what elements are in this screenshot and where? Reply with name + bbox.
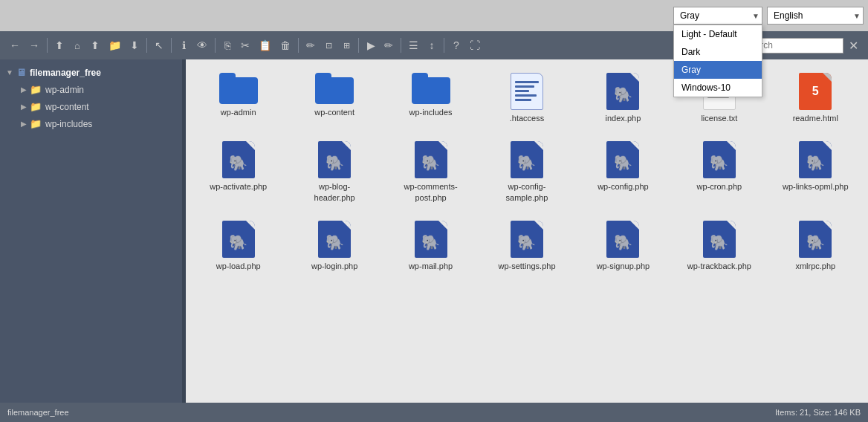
- file-item-wp-mail[interactable]: 🐘 wp-mail.php: [386, 215, 476, 277]
- language-select[interactable]: English: [767, 7, 864, 25]
- wp-content-folder-icon: 📁: [30, 101, 42, 112]
- file-item-wp-activate[interactable]: 🐘 wp-activate.php: [193, 135, 283, 209]
- forward-button[interactable]: →: [25, 37, 43, 53]
- file-label-wp-comments-post: wp-comments-post.php: [398, 181, 464, 203]
- file-item-htaccess[interactable]: .htaccess: [482, 67, 571, 129]
- file-label-xmlrpc: xmlrpc.php: [795, 261, 835, 271]
- sort-button[interactable]: ↕: [424, 37, 440, 53]
- upload-button[interactable]: ⬆: [51, 37, 68, 53]
- compress-button[interactable]: ⊞: [338, 39, 354, 53]
- file-area: wp-admin wp-content wp-includes: [186, 59, 868, 403]
- php-icon-xmlrpc: 🐘: [799, 221, 832, 258]
- select-button[interactable]: ↖: [151, 37, 167, 53]
- file-item-wp-content[interactable]: wp-content: [289, 67, 379, 129]
- info-button[interactable]: ℹ: [175, 37, 192, 53]
- php-icon-wp-signup: 🐘: [606, 221, 639, 258]
- file-item-wp-cron[interactable]: 🐘 wp-cron.php: [674, 135, 764, 209]
- folder-up-button[interactable]: ⬆: [87, 37, 103, 53]
- home-button[interactable]: ⌂: [69, 38, 85, 53]
- fullscreen-button[interactable]: ⛶: [466, 37, 484, 53]
- file-label-wp-mail: wp-mail.php: [409, 261, 453, 271]
- file-item-wp-comments-post[interactable]: 🐘 wp-comments-post.php: [386, 135, 476, 209]
- file-label-wp-links-opml: wp-links-opml.php: [783, 181, 849, 192]
- file-item-wp-includes[interactable]: wp-includes: [386, 67, 476, 129]
- file-item-wp-trackback[interactable]: 🐘 wp-trackback.php: [674, 215, 764, 277]
- file-item-wp-settings[interactable]: 🐘 wp-settings.php: [482, 215, 571, 277]
- file-item-wp-blog-header[interactable]: 🐘 wp-blog-header.php: [289, 135, 379, 209]
- top-bar: Gray Light - Default Dark Windows-10 ▼ L…: [0, 0, 868, 31]
- theme-option-gray[interactable]: Gray: [674, 61, 762, 79]
- file-label-wp-config-sample: wp-config-sample.php: [493, 181, 560, 203]
- toolbar-sep-1: [47, 38, 48, 53]
- wp-content-arrow-icon: ▶: [21, 103, 27, 111]
- theme-option-dark[interactable]: Dark: [674, 43, 762, 61]
- status-bar: filemanager_free Items: 21, Size: 146 KB: [0, 403, 868, 422]
- main-area: ▼ 🖥 filemanager_free ▶ 📁 wp-admin ▶ 📁 wp…: [0, 59, 868, 403]
- php-icon-wp-trackback: 🐘: [703, 221, 736, 258]
- file-label-wp-login: wp-login.php: [311, 261, 357, 271]
- list-view-button[interactable]: ☰: [405, 37, 422, 53]
- php-icon-wp-activate: 🐘: [222, 141, 255, 178]
- sidebar-root-label: filemanager_free: [30, 68, 101, 78]
- help-button[interactable]: ?: [448, 37, 464, 53]
- theme-select-wrapper: Gray Light - Default Dark Windows-10 ▼ L…: [673, 7, 762, 25]
- view-button[interactable]: 👁: [193, 37, 211, 53]
- file-item-index-php[interactable]: 🐘 index.php: [578, 67, 668, 129]
- file-item-wp-signup[interactable]: 🐘 wp-signup.php: [578, 215, 668, 277]
- top-right-controls: Gray Light - Default Dark Windows-10 ▼ L…: [673, 7, 864, 25]
- sidebar-item-wp-content[interactable]: ▶ 📁 wp-content: [0, 98, 182, 115]
- file-label-wp-activate: wp-activate.php: [210, 181, 267, 192]
- file-item-wp-config-sample[interactable]: 🐘 wp-config-sample.php: [482, 135, 571, 209]
- language-select-wrapper: English ▼: [767, 7, 864, 25]
- edit-button[interactable]: ✏: [380, 37, 397, 53]
- download-button[interactable]: ⬇: [126, 37, 143, 53]
- back-button[interactable]: ←: [6, 37, 24, 53]
- file-item-xmlrpc[interactable]: 🐘 xmlrpc.php: [771, 215, 861, 277]
- wp-admin-arrow-icon: ▶: [21, 85, 27, 94]
- toolbar-sep-7: [401, 38, 401, 53]
- theme-option-light[interactable]: Light - Default: [674, 25, 762, 43]
- root-arrow-icon: ▼: [6, 68, 13, 77]
- sidebar-item-root[interactable]: ▼ 🖥 filemanager_free: [0, 64, 182, 81]
- cut-button[interactable]: ✂: [237, 37, 253, 53]
- file-item-wp-load[interactable]: 🐘 wp-load.php: [193, 215, 283, 277]
- sidebar-item-wp-admin[interactable]: ▶ 📁 wp-admin: [0, 81, 182, 98]
- rename-button[interactable]: ✏: [302, 37, 319, 53]
- delete-button[interactable]: 🗑: [276, 37, 294, 53]
- toolbar-sep-5: [298, 38, 299, 53]
- php-icon-wp-config-sample: 🐘: [511, 141, 543, 178]
- extract-button[interactable]: ⊡: [320, 39, 337, 53]
- file-item-wp-admin[interactable]: wp-admin: [193, 67, 283, 129]
- file-item-wp-links-opml[interactable]: 🐘 wp-links-opml.php: [771, 135, 861, 209]
- file-label-wp-load: wp-load.php: [216, 261, 261, 271]
- wp-admin-folder-icon: 📁: [30, 84, 42, 95]
- php-icon-wp-config: 🐘: [606, 141, 639, 178]
- php-icon-wp-login: 🐘: [318, 221, 351, 258]
- file-label-wp-config: wp-config.php: [597, 181, 649, 192]
- copy-button[interactable]: ⎘: [219, 37, 236, 53]
- php-icon-wp-links-opml: 🐘: [799, 141, 832, 178]
- php-icon-wp-blog-header: 🐘: [318, 141, 351, 178]
- theme-select[interactable]: Gray Light - Default Dark Windows-10: [673, 7, 762, 25]
- folder-icon-wp-includes: [412, 73, 450, 104]
- file-label-wp-content: wp-content: [314, 107, 354, 117]
- sidebar-item-wp-admin-label: wp-admin: [45, 85, 84, 95]
- wp-includes-folder-icon: 📁: [30, 118, 42, 129]
- paste-button[interactable]: 📋: [255, 37, 275, 53]
- file-item-wp-config[interactable]: 🐘 wp-config.php: [578, 135, 668, 209]
- sidebar-item-wp-includes[interactable]: ▶ 📁 wp-includes: [0, 115, 182, 132]
- preview-button[interactable]: ▶: [363, 37, 379, 53]
- sidebar-item-wp-includes-label: wp-includes: [45, 119, 92, 129]
- file-item-wp-login[interactable]: 🐘 wp-login.php: [289, 215, 379, 277]
- file-label-htaccess: .htaccess: [510, 113, 544, 123]
- theme-option-windows10[interactable]: Windows-10: [674, 79, 762, 97]
- file-item-readme-html[interactable]: 5 readme.html: [771, 67, 861, 129]
- theme-dropdown: Light - Default Dark Gray Windows-10: [673, 25, 762, 97]
- file-label-wp-settings: wp-settings.php: [498, 261, 555, 271]
- file-grid: wp-admin wp-content wp-includes: [193, 67, 861, 277]
- search-close-button[interactable]: ✕: [845, 37, 862, 54]
- toolbar-sep-4: [215, 38, 216, 53]
- new-folder-button[interactable]: 📁: [105, 37, 125, 53]
- php-icon-wp-load: 🐘: [222, 221, 255, 258]
- sidebar: ▼ 🖥 filemanager_free ▶ 📁 wp-admin ▶ 📁 wp…: [0, 59, 182, 403]
